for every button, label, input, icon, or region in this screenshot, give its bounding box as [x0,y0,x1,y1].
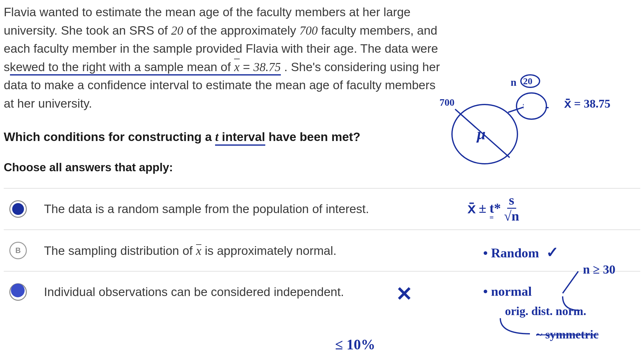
choice-b[interactable]: B The sampling distribution of x is appr… [4,230,640,271]
choice-a[interactable]: The data is a random sample from the pop… [4,188,640,230]
question-heading: Which conditions for constructing a t in… [4,130,640,144]
scribble-fill-icon [12,203,24,215]
t-interval-underlined: t interval [215,130,265,146]
choice-a-marker[interactable] [9,200,27,218]
problem-text: Flavia wanted to estimate the mean age o… [4,3,446,113]
pop-n: 700 [300,24,318,37]
svg-point-0 [521,75,540,87]
scribble-fill-icon [11,284,25,297]
choice-c-marker[interactable] [9,283,27,301]
srs-n: 20 [171,24,183,37]
choice-a-text: The data is a random sample from the pop… [44,202,369,216]
anno-xbar-eq: x̄ = 38.75 [564,97,610,110]
choice-c-text: Individual observations can be considere… [44,285,344,299]
choice-c[interactable]: Individual observations can be considere… [4,271,640,313]
anno-le10: ≤ 10% [335,336,375,353]
branch2-icon [499,317,536,338]
circle-icon [519,73,541,89]
choices-list: The data is a random sample from the pop… [4,188,640,313]
skew-underlined: kewed to the right with a sample mean of… [10,60,281,75]
anno-n-eq: n 20 [511,76,517,88]
choice-b-letter: B [15,246,21,255]
choice-b-text: The sampling distribution of x is approx… [44,244,337,258]
choose-instruction: Choose all answers that apply: [4,161,640,174]
svg-point-2 [517,93,546,119]
problem-p2: of the approximately [183,24,300,37]
anno-symmetric: ~ symmetric [536,328,598,341]
sample-circle-icon [514,90,549,122]
choice-b-marker[interactable]: B [9,242,27,259]
